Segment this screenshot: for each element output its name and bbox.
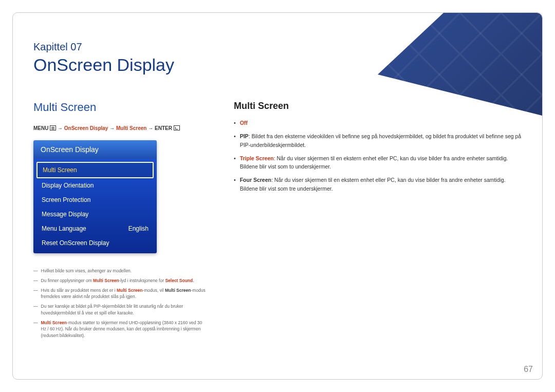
footnote-text: Hvilket bilde som vises, avhenger av mod… [41,268,132,274]
footnote-text: Du ser kanskje at bildet på PIP-skjermbi… [41,303,209,316]
enter-icon [174,125,180,130]
breadcrumb-enter-kw: ENTER [155,125,172,131]
osd-item-display-orientation[interactable]: Display Orientation [36,178,154,193]
page-number: 67 [524,365,533,374]
osd-item-label: Multi Screen [43,166,77,174]
page-border: Kapittel 07 OnScreen Display Multi Scree… [12,12,543,380]
footnote: ―Du finner opplysninger om Multi Screen-… [33,277,208,284]
right-column: Multi Screen •Off •PIP: Bildet fra den e… [234,101,522,342]
left-section-heading: Multi Screen [33,101,208,114]
option-text: : Når du viser skjermen til en ekstern e… [240,177,506,191]
osd-item-multi-screen[interactable]: Multi Screen [36,162,154,178]
footnote: ―Hvilket bilde som vises, avhenger av mo… [33,268,208,274]
left-column: Multi Screen MENU → OnScreen Display → M… [33,101,208,342]
osd-item-label: Menu Language [42,225,86,232]
option-list: •Off •PIP: Bildet fra den eksterne video… [234,119,522,193]
osd-item-message-display[interactable]: Message Display [36,207,154,221]
footnote: ―Multi Screen-modus støtter to skjermer … [33,320,208,339]
option-text: : Når du viser skjermen til en ekstern e… [240,155,508,170]
osd-item-label: Reset OnScreen Display [42,239,109,247]
breadcrumb-part-2: Multi Screen [116,125,146,131]
option-label: Off [240,120,248,126]
page-content: Kapittel 07 OnScreen Display Multi Scree… [13,13,542,379]
option-label: Triple Screen [240,155,274,161]
chapter-label: Kapittel 07 [33,41,522,53]
option-text: : Bildet fra den eksterne videokilden vi… [240,133,522,147]
breadcrumb-menu-kw: MENU [33,125,48,131]
osd-panel: OnScreen Display Multi Screen Display Or… [33,140,157,253]
option-label: Four Screen [240,177,271,183]
osd-item-label: Screen Protection [42,196,90,203]
osd-item-menu-language[interactable]: Menu Language English [36,221,154,236]
option-label: PIP [240,133,249,139]
osd-header: OnScreen Display [33,140,157,159]
breadcrumb-part-1: OnScreen Display [64,125,108,131]
osd-item-label: Display Orientation [42,182,94,189]
footnote: ―Hvis du slår av produktet mens det er i… [33,287,208,301]
footnotes: ―Hvilket bilde som vises, avhenger av mo… [33,268,208,339]
footnote-text: Hvis du slår av produktet mens det er i … [41,287,209,301]
osd-item-value: English [128,225,149,232]
osd-item-screen-protection[interactable]: Screen Protection [36,193,154,207]
breadcrumb: MENU → OnScreen Display → Multi Screen →… [33,125,208,131]
page-title: OnScreen Display [33,55,522,75]
option-off: •Off [234,119,522,127]
footnote-text: Multi Screen-modus støtter to skjermer m… [41,320,209,339]
osd-item-label: Message Display [42,211,88,218]
option-pip: •PIP: Bildet fra den eksterne videokilde… [234,132,522,149]
osd-item-reset-onscreen[interactable]: Reset OnScreen Display [36,236,154,250]
footnote-text: Du finner opplysninger om Multi Screen-l… [41,277,194,284]
menu-icon [50,125,56,130]
right-section-heading: Multi Screen [234,101,522,111]
option-four: •Four Screen: Når du viser skjermen til … [234,176,522,193]
osd-body: Multi Screen Display Orientation Screen … [33,159,157,253]
option-triple: •Triple Screen: Når du viser skjermen ti… [234,154,522,171]
footnote: ―Du ser kanskje at bildet på PIP-skjermb… [33,303,208,316]
